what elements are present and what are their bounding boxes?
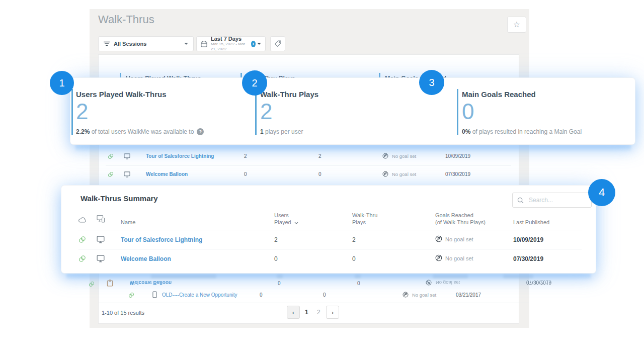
stat-accent-line (255, 89, 257, 135)
stat-note-text: of plays resulted in reaching a Main Goa… (470, 128, 582, 135)
column-header-name: Name (121, 219, 135, 226)
mirrored-last-published: 07/30/2019 (526, 280, 551, 285)
page-number-1[interactable]: 1 (305, 309, 308, 316)
tag-icon (274, 40, 281, 47)
next-page-button[interactable]: › (326, 306, 339, 319)
stat-note: 2.2% of total users WalkMe was available… (76, 128, 204, 135)
column-header-line1: Walk-Thru (352, 212, 377, 218)
sessions-filter-label: All Sessions (114, 41, 146, 47)
stat-accent-line (457, 89, 458, 135)
favorite-button[interactable]: ☆ (507, 17, 526, 33)
stats-overlay-card: Users Played Walk-Thrus 2 2.2% of total … (70, 78, 635, 144)
stat-title: Walk-Thru Plays (260, 90, 318, 99)
info-icon[interactable]: i (251, 41, 256, 47)
search-icon (517, 197, 524, 204)
stat-note-strong: 2.2% (76, 128, 90, 135)
stat-note-strong: 1 (260, 128, 264, 135)
filter-icon (104, 41, 110, 46)
stat-note-strong: 0% (462, 128, 470, 135)
search-input[interactable] (528, 196, 583, 204)
column-header-walkthru-plays: Walk-Thru Plays (352, 212, 377, 226)
stat-card-main-goals: Main Goals Reached 0 0% of plays resulte… (457, 78, 633, 144)
column-header-last-published: Last Published (513, 219, 549, 226)
prev-page-button[interactable]: ‹ (287, 306, 300, 319)
overlay-reflection (75, 145, 631, 152)
table-row: Tour of Salesforce Lightning 2 2 No goal… (61, 230, 596, 249)
screenshot-canvas: Walk-Thrus All Sessions Last 7 Days Mar … (0, 0, 644, 362)
sessions-filter-dropdown[interactable]: All Sessions (98, 36, 194, 51)
no-goal-icon (435, 254, 442, 261)
devices-icon (97, 215, 105, 223)
last-published-value: 10/09/2019 (513, 236, 543, 243)
page-number-2[interactable]: 2 (317, 309, 320, 316)
stat-value: 2 (76, 100, 88, 123)
search-box[interactable] (512, 193, 592, 208)
stat-note-text: of total users WalkMe was available to (90, 128, 194, 135)
star-icon: ☆ (513, 21, 520, 29)
published-link-icon (78, 255, 86, 262)
prev-page-icon: ‹ (292, 309, 294, 316)
goal-status-text: No goal set (445, 255, 473, 261)
step-marker-3: 3 (419, 70, 444, 95)
column-header-line1: Goals Reached (435, 212, 473, 218)
monitor-icon (97, 255, 105, 262)
step-marker-1: 1 (50, 71, 74, 95)
step-marker-2: 2 (242, 70, 267, 96)
users-played-value: 2 (274, 236, 278, 243)
date-range-label: Last 7 Days (211, 36, 248, 42)
table-row: Welcome Balloon 0 0 No goal set 07/30/20… (61, 249, 596, 268)
walkthru-plays-value: 2 (352, 236, 356, 243)
stat-value: 0 (462, 100, 474, 123)
users-played-value: 0 (274, 255, 278, 262)
chevron-down-icon (257, 43, 261, 45)
stat-card-users-played: Users Played Walk-Thrus 2 2.2% of total … (71, 78, 253, 144)
column-header-line2: Played (274, 219, 291, 225)
date-range-value: Mar 15, 2022 - Mar 21, 2022 (211, 42, 248, 52)
stat-value: 2 (260, 100, 272, 123)
summary-title: Walk-Thrus Summary (80, 194, 158, 203)
tag-filter-button[interactable] (270, 36, 285, 51)
column-header-users-played[interactable]: Users Played (274, 212, 298, 226)
stat-title: Main Goals Reached (462, 90, 536, 99)
step-number: 3 (429, 77, 434, 88)
column-header-line1: Users (274, 212, 289, 218)
column-header-line2: Plays (352, 219, 366, 225)
chevron-down-icon (184, 43, 188, 45)
step-marker-4: 4 (588, 179, 615, 206)
cloud-icon (78, 217, 87, 223)
published-link-icon (78, 236, 86, 243)
no-goal-icon (435, 235, 442, 242)
summary-overlay-card: Walk-Thrus Summary Name Users Played Wal… (61, 186, 596, 273)
monitor-icon (97, 236, 105, 243)
last-published-value: 07/30/2019 (513, 255, 543, 262)
column-header-goals-reached: Goals Reached (of Walk-Thru Plays) (435, 212, 486, 226)
walkthru-plays-value: 0 (352, 255, 356, 262)
overlay-reflection (66, 274, 591, 280)
date-range-picker[interactable]: Last 7 Days Mar 15, 2022 - Mar 21, 2022 … (196, 36, 266, 51)
step-number: 2 (252, 77, 257, 89)
help-icon[interactable]: ? (197, 128, 204, 135)
walkthru-name-link[interactable]: Welcome Balloon (121, 255, 171, 262)
next-page-icon: › (332, 309, 334, 316)
step-number: 1 (59, 77, 64, 89)
stat-accent-line (71, 89, 73, 135)
stat-note: 1 plays per user (260, 128, 303, 135)
step-number: 4 (599, 186, 605, 199)
stat-title: Users Played Walk-Thrus (76, 90, 167, 99)
stat-note-text: plays per user (264, 128, 303, 135)
page-title: Walk-Thrus (98, 13, 154, 26)
sort-caret-icon (294, 222, 298, 224)
walkthru-name-link[interactable]: Tour of Salesforce Lightning (121, 236, 202, 243)
stat-note: 0% of plays resulted in reaching a Main … (462, 128, 582, 135)
calendar-icon (201, 41, 207, 47)
column-header-line2: (of Walk-Thru Plays) (435, 219, 486, 225)
goal-status-text: No goal set (445, 236, 473, 242)
